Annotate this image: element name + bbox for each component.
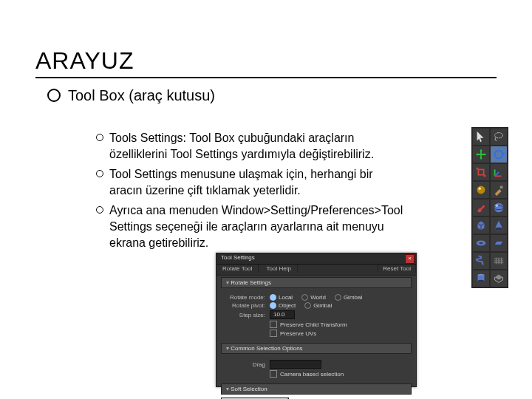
- tool-ucs[interactable]: [490, 163, 508, 181]
- svg-point-15: [478, 280, 485, 283]
- list-item: Tool Settings menusune ulaşmak için, her…: [96, 166, 406, 198]
- page-title: ARAYUZ: [35, 47, 134, 75]
- tool-special[interactable]: [490, 270, 508, 287]
- list-item: Tools Settings: Tool Box çubuğundaki ara…: [96, 130, 406, 162]
- checkbox-preserve-uvs[interactable]: Preserve UVs: [270, 330, 316, 337]
- label-drag: Drag: [222, 361, 265, 368]
- tool-helix[interactable]: [472, 252, 490, 270]
- radio-rotate-mode-local[interactable]: Local: [270, 294, 293, 301]
- tool-softmod[interactable]: [472, 181, 490, 199]
- panel-titlebar[interactable]: Tool Settings ×: [216, 253, 416, 265]
- list-item-text: Tool Settings menusune ulaşmak için, her…: [109, 168, 373, 197]
- section-rotate-settings[interactable]: Rotate Settings: [221, 277, 412, 288]
- panel-title: Tool Settings: [221, 254, 255, 261]
- tool-cube[interactable]: [472, 216, 490, 234]
- list-item-text: Ayrıca ana menuden Window>Setting/Prefer…: [109, 204, 403, 248]
- svg-point-1: [495, 151, 503, 159]
- tool-paint[interactable]: [490, 181, 508, 199]
- step-size-field[interactable]: 10.0: [270, 310, 295, 319]
- body-text: Tools Settings: Tool Box çubuğundaki ara…: [96, 130, 406, 255]
- subtitle-bullet-icon: [47, 89, 61, 102]
- svg-rect-4: [484, 175, 486, 177]
- svg-point-11: [495, 228, 503, 231]
- radio-rotate-pivot-object[interactable]: Object: [270, 302, 296, 309]
- row-rotate-pivot: Rotate pivot: Object Gimbal: [222, 302, 410, 309]
- row-camera-based: Camera based selection: [222, 370, 410, 378]
- tool-cursor[interactable]: [472, 128, 490, 146]
- radio-rotate-mode-world[interactable]: World: [301, 294, 326, 301]
- tool-rotate[interactable]: [490, 146, 508, 163]
- svg-rect-3: [477, 168, 479, 170]
- common-selection-body: Drag Camera based selection: [216, 355, 416, 382]
- tool-sphere[interactable]: [490, 199, 508, 216]
- svg-point-13: [479, 242, 482, 245]
- title-rule: [35, 77, 497, 78]
- row-preserve-uvs: Preserve UVs: [222, 330, 410, 337]
- subtitle-text: Tool Box (araç kutusu): [68, 87, 215, 103]
- label-rotate-pivot: Rotate pivot:: [222, 302, 265, 309]
- list-item: Ayrıca ana menuden Window>Setting/Prefer…: [96, 202, 406, 250]
- radio-rotate-mode-gimbal[interactable]: Gimbal: [335, 294, 362, 301]
- list-item-text: Tools Settings: Tool Box çubuğundaki ara…: [109, 132, 374, 160]
- bullet-icon: [96, 134, 103, 141]
- tool-lasso[interactable]: [490, 128, 508, 146]
- bullet-icon: [96, 170, 103, 177]
- svg-rect-7: [500, 186, 503, 189]
- bullet-icon: [96, 206, 103, 214]
- svg-point-8: [494, 203, 504, 213]
- tool-plane[interactable]: [490, 234, 508, 252]
- reset-tool-button[interactable]: Reset Tool: [378, 265, 416, 273]
- label-rotate-mode: Rotate mode:: [222, 294, 265, 301]
- svg-point-10: [496, 205, 499, 208]
- tool-move[interactable]: [472, 146, 490, 163]
- section-common-selection[interactable]: Common Selection Options: [221, 343, 412, 354]
- tool-brush[interactable]: [472, 199, 490, 216]
- panel-tabs: Rotate Tool Tool Help Reset Tool: [216, 265, 416, 276]
- checkbox-camera-based[interactable]: Camera based selection: [270, 370, 344, 378]
- row-rotate-mode: Rotate mode: Local World Gimbal: [222, 294, 410, 301]
- svg-point-6: [478, 187, 481, 190]
- svg-rect-2: [478, 169, 483, 174]
- subtitle-row: Tool Box (araç kutusu): [47, 87, 215, 104]
- tool-scale[interactable]: [472, 163, 490, 181]
- tool-torus[interactable]: [472, 234, 490, 252]
- radio-rotate-pivot-gimbal[interactable]: Gimbal: [304, 302, 332, 309]
- rotate-settings-body: Rotate mode: Local World Gimbal Rotate p…: [216, 290, 416, 341]
- row-step-size: Step size: 10.0: [222, 310, 410, 319]
- tool-cone[interactable]: [490, 216, 508, 234]
- close-icon[interactable]: ×: [405, 254, 415, 264]
- tab-rotate-tool[interactable]: Rotate Tool: [216, 265, 259, 273]
- checkbox-preserve-child[interactable]: Preserve Child Transform: [270, 321, 347, 328]
- tool-grid[interactable]: [490, 252, 508, 270]
- section-soft-selection[interactable]: Soft Selection: [221, 383, 412, 395]
- tab-tool-help[interactable]: Tool Help: [261, 265, 298, 273]
- row-preserve-child: Preserve Child Transform: [222, 321, 410, 328]
- toolbox-strip: [471, 127, 508, 288]
- label-step-size: Step size:: [222, 312, 265, 318]
- drag-field[interactable]: [270, 360, 321, 369]
- row-drag: Drag: [222, 360, 410, 369]
- svg-point-5: [477, 186, 485, 194]
- tool-cylinder[interactable]: [472, 270, 490, 287]
- tool-settings-panel: Tool Settings × Rotate Tool Tool Help Re…: [216, 253, 417, 387]
